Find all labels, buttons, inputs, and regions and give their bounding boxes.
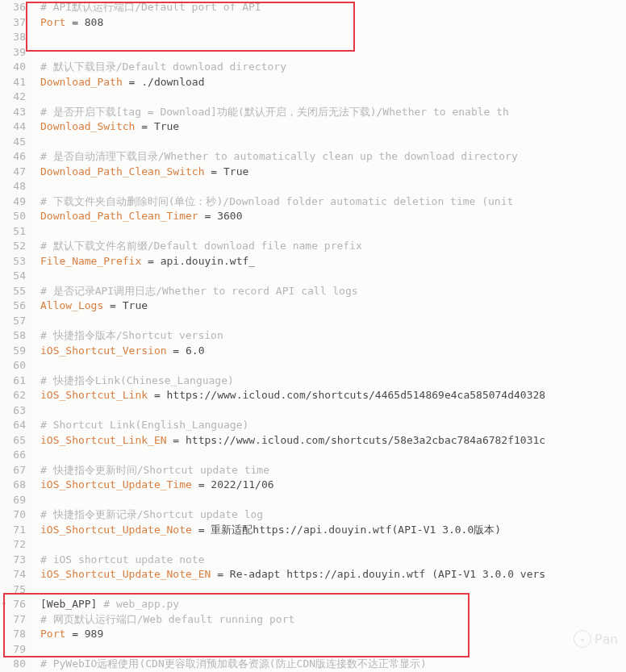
code-line[interactable]: iOS_Shortcut_Update_Note_EN = Re-adapt h… bbox=[40, 567, 626, 582]
code-line[interactable]: # 默认下载文件名前缀/Default download file name p… bbox=[40, 239, 626, 254]
code-line[interactable]: # 快捷指令Link(Chinese_Language) bbox=[40, 374, 626, 389]
line-number: 48 bbox=[0, 179, 26, 194]
line-number: 67 bbox=[0, 463, 26, 478]
code-line[interactable] bbox=[40, 90, 626, 105]
code-line[interactable] bbox=[40, 582, 626, 598]
code-line[interactable] bbox=[40, 45, 626, 61]
code-line[interactable]: iOS_Shortcut_Link_EN = https://www.iclou… bbox=[40, 433, 626, 449]
line-number: 58 bbox=[0, 328, 26, 344]
code-line[interactable] bbox=[40, 493, 626, 508]
line-number-gutter: 3637383940414243444546474849505152535455… bbox=[0, 0, 32, 672]
value-text: https://www.icloud.com/shortcuts/4465d51… bbox=[167, 389, 546, 401]
code-line[interactable]: iOS_Shortcut_Link = https://www.icloud.c… bbox=[40, 388, 626, 403]
line-number: 72 bbox=[0, 537, 26, 553]
code-line[interactable]: Download_Switch = True bbox=[40, 119, 626, 135]
line-number: 70 bbox=[0, 507, 26, 523]
code-line[interactable]: # 是否自动清理下载目录/Whether to automatically cl… bbox=[40, 149, 626, 165]
code-line[interactable] bbox=[40, 448, 626, 463]
value-text: 3600 bbox=[217, 210, 242, 222]
code-line[interactable] bbox=[40, 269, 626, 284]
code-line[interactable]: Download_Path = ./download bbox=[40, 75, 626, 90]
line-number: 69 bbox=[0, 493, 26, 508]
assign-operator: = bbox=[65, 16, 84, 28]
line-number: 49 bbox=[0, 194, 26, 210]
assign-operator: = bbox=[65, 628, 84, 640]
line-number: 47 bbox=[0, 165, 26, 180]
variable-name: Download_Switch bbox=[40, 120, 135, 132]
value-text: True bbox=[154, 120, 179, 132]
value-text: 989 bbox=[85, 628, 103, 640]
variable-name: iOS_Shortcut_Update_Note bbox=[40, 524, 192, 536]
code-line[interactable]: iOS_Shortcut_Version = 6.0 bbox=[40, 344, 626, 359]
code-line[interactable] bbox=[40, 358, 626, 374]
comment-text: # 默认下载目录/Default download directory bbox=[40, 61, 286, 73]
line-number: 60 bbox=[0, 358, 26, 374]
code-line[interactable] bbox=[40, 30, 626, 45]
assign-operator: = bbox=[167, 434, 186, 446]
assign-operator: = bbox=[192, 478, 211, 490]
code-line[interactable]: # iOS shortcut update note bbox=[40, 553, 626, 568]
code-line[interactable]: [Web_APP] # web_app.py bbox=[40, 597, 626, 612]
line-number: 80 bbox=[0, 657, 26, 672]
code-line[interactable] bbox=[40, 314, 626, 329]
code-line[interactable]: # 快捷指令更新记录/Shortcut update log bbox=[40, 507, 626, 523]
code-line[interactable] bbox=[40, 642, 626, 657]
line-number: 62 bbox=[0, 388, 26, 403]
code-line[interactable]: # 是否记录API调用日志/Whether to record API call… bbox=[40, 284, 626, 299]
code-line[interactable]: # 快捷指令版本/Shortcut version bbox=[40, 328, 626, 344]
code-line[interactable] bbox=[40, 135, 626, 150]
line-number: 61 bbox=[0, 374, 26, 389]
comment-text: # API默认运行端口/Default port of API bbox=[40, 1, 261, 13]
code-line[interactable]: # 网页默认运行端口/Web default running port bbox=[40, 612, 626, 628]
assign-operator: = bbox=[192, 524, 211, 536]
variable-name: Download_Path_Clean_Switch bbox=[40, 165, 205, 177]
comment-text: # 快捷指令版本/Shortcut version bbox=[40, 329, 223, 341]
comment-text: # Shortcut Link(English_Language) bbox=[40, 419, 248, 431]
value-text: 808 bbox=[85, 16, 103, 28]
code-editor[interactable]: 3637383940414243444546474849505152535455… bbox=[0, 0, 626, 672]
line-number: 63 bbox=[0, 403, 26, 419]
code-line[interactable]: # 下载文件夹自动删除时间(单位：秒)/Download folder auto… bbox=[40, 194, 626, 210]
line-number: 71 bbox=[0, 523, 26, 538]
code-line[interactable]: # API默认运行端口/Default port of API bbox=[40, 0, 626, 15]
comment-text: # PyWebIO远程使用(CDN更容取消预加载各资源(防止CDN版连接数不达正… bbox=[40, 657, 427, 670]
code-line[interactable]: iOS_Shortcut_Update_Time = 2022/11/06 bbox=[40, 478, 626, 493]
value-text: True bbox=[123, 299, 148, 311]
section-comment: # web_app.py bbox=[97, 598, 179, 610]
line-number: 55 bbox=[0, 284, 26, 299]
assign-operator: = bbox=[167, 344, 186, 357]
code-line[interactable]: # 是否开启下载[tag = Download]功能(默认开启，关闭后无法下载)… bbox=[40, 105, 626, 120]
line-number: 53 bbox=[0, 254, 26, 269]
code-line[interactable]: # Shortcut Link(English_Language) bbox=[40, 418, 626, 433]
code-line[interactable]: iOS_Shortcut_Update_Note = 重新适配https://a… bbox=[40, 523, 626, 538]
variable-name: File_Name_Prefix bbox=[40, 255, 141, 267]
value-text: 2022/11/06 bbox=[211, 478, 273, 490]
assign-operator: = bbox=[123, 76, 141, 88]
comment-text: # iOS shortcut update note bbox=[40, 553, 205, 566]
code-line[interactable]: Download_Path_Clean_Switch = True bbox=[40, 165, 626, 180]
line-number: 56 bbox=[0, 298, 26, 314]
watermark-text: Pan bbox=[595, 632, 618, 647]
code-line[interactable]: Port = 808 bbox=[40, 15, 626, 31]
line-number: 38 bbox=[0, 30, 26, 45]
comment-text: # 默认下载文件名前缀/Default download file name p… bbox=[40, 240, 362, 252]
code-line[interactable]: # PyWebIO远程使用(CDN更容取消预加载各资源(防止CDN版连接数不达正… bbox=[40, 657, 626, 672]
code-line[interactable] bbox=[40, 537, 626, 553]
line-number: 78 bbox=[0, 627, 26, 642]
assign-operator: = bbox=[198, 210, 217, 222]
variable-name: iOS_Shortcut_Update_Note_EN bbox=[40, 568, 211, 580]
code-line[interactable]: Download_Path_Clean_Timer = 3600 bbox=[40, 209, 626, 224]
code-line[interactable] bbox=[40, 179, 626, 194]
code-line[interactable]: # 快捷指令更新时间/Shortcut update time bbox=[40, 463, 626, 478]
line-number: 52 bbox=[0, 239, 26, 254]
assign-operator: = bbox=[148, 389, 166, 401]
code-area[interactable]: # API默认运行端口/Default port of APIPort = 80… bbox=[32, 0, 626, 672]
variable-name: Download_Path bbox=[40, 76, 123, 88]
code-line[interactable]: File_Name_Prefix = api.douyin.wtf_ bbox=[40, 254, 626, 269]
line-number: 75 bbox=[0, 582, 26, 598]
code-line[interactable] bbox=[40, 224, 626, 240]
code-line[interactable]: Allow_Logs = True bbox=[40, 298, 626, 314]
code-line[interactable]: # 默认下载目录/Default download directory bbox=[40, 60, 626, 75]
code-line[interactable] bbox=[40, 403, 626, 419]
code-line[interactable]: Port = 989 bbox=[40, 627, 626, 642]
